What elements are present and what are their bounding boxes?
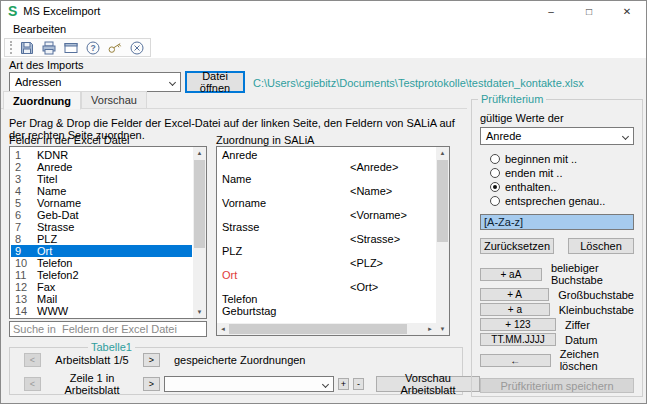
scroll-left-icon[interactable]: ◄ (217, 326, 229, 332)
save-icon[interactable] (19, 40, 35, 56)
chevron-down-icon (169, 78, 176, 85)
excel-field-row[interactable]: 6Geb-Dat (11, 209, 192, 221)
menu-item-bearbeiten[interactable]: Bearbeiten (9, 23, 70, 35)
preview-worksheet-button[interactable]: Vorschau Arbeitsblatt (376, 376, 480, 392)
excel-field-row[interactable]: 13Mail (11, 293, 192, 305)
excel-field-row[interactable]: 10Telefon (11, 257, 192, 269)
field-number: 13 (11, 293, 37, 305)
toolbar-icons: ? (19, 40, 145, 56)
mapped-excel-field-row[interactable]: <Strasse> (218, 233, 435, 245)
excel-field-row[interactable]: 9Ort (11, 245, 192, 257)
scroll-down-icon[interactable]: ▼ (193, 306, 206, 318)
criteria-group: Prüfkriterium gültige Werte der Anrede b… (471, 99, 643, 397)
delete-button[interactable]: Löschen (568, 238, 634, 254)
field-label: Ort (37, 245, 52, 257)
print-icon[interactable] (41, 40, 57, 56)
close-button[interactable]: ✕ (608, 1, 646, 21)
scrollbar-thumb[interactable] (229, 324, 407, 334)
sheet-next-button[interactable]: > (143, 353, 160, 367)
char-button[interactable]: + aA (480, 268, 542, 281)
remove-mapping-button[interactable]: - (353, 378, 364, 390)
scroll-up-icon[interactable]: ▲ (436, 147, 449, 159)
excel-fields-search-input[interactable] (9, 321, 207, 337)
mapped-excel-field-row[interactable]: <Ort> (218, 281, 435, 293)
field-number: 4 (11, 185, 37, 197)
mapped-excel-field-row[interactable]: <Name> (218, 185, 435, 197)
salia-field-row[interactable]: Name (218, 173, 435, 185)
scrollbar-thumb[interactable] (194, 160, 205, 248)
salia-field-row[interactable]: PLZ (218, 245, 435, 257)
row-prev-button[interactable]: < (24, 377, 41, 391)
saved-mappings-select[interactable] (164, 376, 334, 392)
import-type-select[interactable]: Adressen (9, 72, 181, 92)
excel-fields-vertical-scrollbar[interactable]: ▲ ▼ (193, 147, 206, 318)
char-button[interactable]: + A (480, 288, 549, 301)
salia-field-row[interactable]: Vorname (218, 197, 435, 209)
salia-field-row[interactable]: Anrede (218, 149, 435, 161)
salia-field-row[interactable]: Strasse (218, 221, 435, 233)
excel-field-row[interactable]: 14WWW (11, 305, 192, 317)
salia-vertical-scrollbar[interactable]: ▲ ▼ (436, 147, 449, 335)
window-controls: – □ ✕ (532, 1, 646, 21)
radio-option[interactable]: beginnen mit .. (490, 152, 634, 165)
radio-option[interactable]: entsprechen genau.. (490, 194, 634, 207)
sheet-prev-button[interactable]: < (24, 353, 41, 367)
mapped-excel-field-row[interactable]: <Vorname> (218, 209, 435, 221)
radio-option[interactable]: enthalten.. (490, 180, 634, 193)
scroll-down-icon[interactable]: ▼ (436, 323, 449, 335)
scrollbar-thumb[interactable] (437, 160, 448, 242)
open-file-button[interactable]: Datei öffnen (185, 71, 245, 93)
scroll-right-icon[interactable]: ► (424, 326, 436, 332)
excel-field-row[interactable]: 4Name (11, 185, 192, 197)
excel-field-row[interactable]: 3Titel (11, 173, 192, 185)
chevron-down-icon (322, 380, 329, 387)
row-next-button[interactable]: > (143, 377, 160, 391)
pattern-input[interactable] (480, 214, 634, 230)
excel-fields-header: Felder in der Excel Datei (9, 134, 129, 146)
excel-field-row[interactable]: 8PLZ (11, 233, 192, 245)
excel-field-row[interactable]: 11Telefon2 (11, 269, 192, 281)
cancel-icon[interactable] (129, 40, 145, 56)
salia-field-row[interactable]: Geburtstag (218, 305, 435, 317)
excel-field-row[interactable]: 1KDNR (11, 149, 192, 161)
salia-field-row[interactable]: Telefon (218, 293, 435, 305)
radio-option[interactable]: enden mit .. (490, 166, 634, 179)
char-button-desc: Datum (565, 334, 597, 346)
char-button-row: + 123Ziffer (480, 318, 634, 331)
scroll-up-icon[interactable]: ▲ (193, 147, 206, 159)
field-label: Telefon2 (37, 269, 79, 281)
salia-field-row[interactable]: Ort (218, 269, 435, 281)
tab-vorschau[interactable]: Vorschau (81, 91, 147, 109)
char-button[interactable]: ← (480, 354, 551, 367)
char-button[interactable]: + a (480, 303, 550, 316)
char-button-desc: Großbuchstabe (558, 289, 634, 301)
salia-mapping-list: Anrede<Anrede>Name<Name>Vorname<Vorname>… (216, 146, 450, 336)
field-number: 7 (11, 221, 37, 233)
help-icon[interactable]: ? (85, 40, 101, 56)
radio-group: beginnen mit ..enden mit ..enthalten..en… (490, 152, 634, 207)
excel-field-row[interactable]: 5Vorname (11, 197, 192, 209)
excel-field-row[interactable]: 2Anrede (11, 161, 192, 173)
add-mapping-button[interactable]: + (338, 378, 349, 390)
excel-field-row[interactable]: 12Fax (11, 281, 192, 293)
reset-button[interactable]: Zurücksetzen (480, 238, 554, 254)
save-criteria-button[interactable]: Prüfkriterium speichern (480, 378, 634, 393)
window-icon[interactable] (63, 40, 79, 56)
field-label: Geb-Dat (37, 209, 79, 221)
char-button-row: + AGroßbuchstabe (480, 288, 634, 301)
app-window: S MS Excelimport – □ ✕ Bearbeiten ? Art … (0, 0, 647, 404)
criteria-field-select[interactable]: Anrede (480, 127, 634, 145)
key-icon[interactable] (107, 40, 123, 56)
tab-zuordnung[interactable]: Zuordnung (3, 91, 81, 110)
mapped-excel-field-row[interactable]: <Anrede> (218, 161, 435, 173)
mapped-excel-field-row[interactable]: <PLZ> (218, 257, 435, 269)
char-button[interactable]: + 123 (480, 318, 556, 331)
criteria-buttons-row: Zurücksetzen Löschen (480, 238, 634, 254)
char-button[interactable]: TT.MM.JJJJ (480, 333, 556, 346)
scrollbar-track[interactable] (229, 324, 424, 334)
minimize-button[interactable]: – (532, 1, 570, 21)
maximize-button[interactable]: □ (570, 1, 608, 21)
excel-field-row[interactable]: 7Strasse (11, 221, 192, 233)
toolbar-grip-handle[interactable] (10, 41, 12, 54)
salia-horizontal-scrollbar[interactable]: ◄ ► (217, 323, 436, 335)
